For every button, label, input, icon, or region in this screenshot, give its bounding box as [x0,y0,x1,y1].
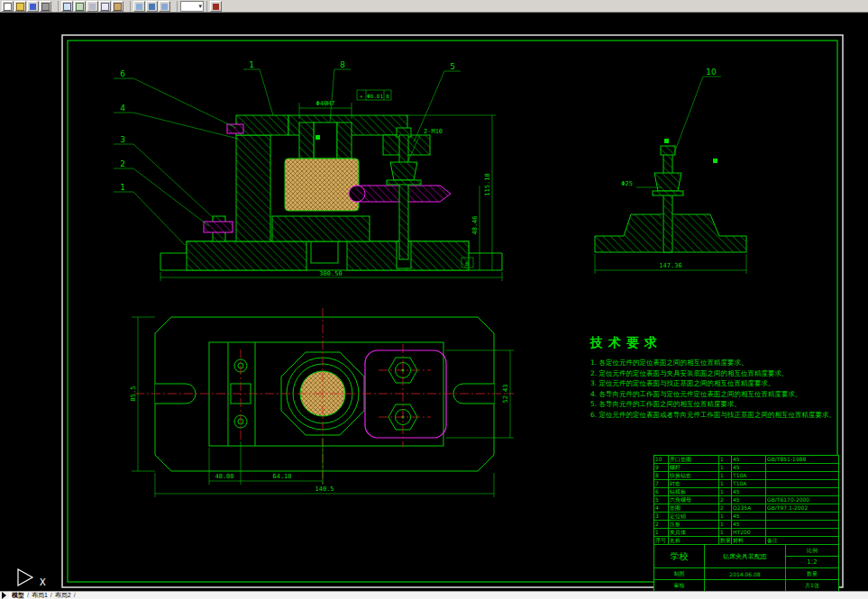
side-view: Φ25 147.36 [595,139,746,274]
front-view: B 300.50 115.18 48.46 Φ40H7 ⌖ Φ0.01 B 2-… [160,90,502,281]
ucs-icon: X [18,569,46,588]
parts-table-row: 4 垫圈 2 Q235A GB/T97.1-2002 [654,504,838,513]
tech-requirement-item: 2. 定位元件的定位表面与夹具安装底面之间的相互位置精度要求。 [590,368,841,379]
toolbar-separator [177,1,178,12]
dim-plan-b: 64.18 [272,473,291,480]
tech-requirement-item: 4. 各导向元件的工作面与定位元件定位表面之间的相互位置精度要求。 [590,389,841,400]
tech-requirement-item: 6. 定位元件的定位表面或者导向元件工作面与找正基面之间的相互位置精度要求。 [590,410,841,421]
scale-label: 比例 [786,545,838,557]
scale-value: 1:2 [786,557,838,568]
dim-bolt: 2-M10 [424,128,443,135]
open-icon[interactable] [14,1,26,12]
toolbar-separator [130,1,131,12]
toolbar-separator [206,1,207,12]
save-icon[interactable] [27,1,39,12]
dim-stud: Φ25 [621,180,633,187]
dim-front-height2: 48.46 [471,215,479,234]
tech-requirements-title: 技术要求 [590,335,841,351]
new-icon[interactable] [2,1,14,12]
title-block: 学校 钻床夹具装配图 比例 1:2 制图 2014.06.08 数量 审核 共1… [654,545,838,592]
tab-layout1[interactable]: 布局1 [29,592,50,599]
title-block-school: 学校 [654,545,705,568]
balloon-top-5: 5 [450,62,455,71]
datum-mark [713,159,717,163]
dim-front-height: 115.18 [484,173,491,195]
tolerance-datum: B [386,93,389,99]
layout-tab-bar: 模型 / 布局1 / 布局2 / [0,591,868,599]
spell-icon[interactable] [74,1,86,12]
balloon-top-8: 8 [340,60,345,69]
balloon-top-1: 1 [249,60,254,69]
match-properties-icon[interactable] [133,1,145,12]
parts-table-row: 7 衬套 1 T10A [654,480,838,488]
toolbar-separator [58,1,59,12]
balloon-4: 4 [120,104,125,113]
dim-plan-width: 140.5 [315,486,333,493]
qty-label: 数量 [786,568,838,580]
parts-table-row: 9 螺杆 1 45 [654,464,838,472]
dim-front-width: 300.50 [319,270,342,277]
parts-table-row: 10 开口垫圈 1 45 GB/T851-1988 [654,456,838,464]
parts-table-row: 5 六角螺母 2 45 GB/T6170-2000 [654,496,838,504]
parts-table-row: 2 压板 1 45 [654,521,838,529]
tab-separator: / [74,592,76,599]
tab-layout2[interactable]: 布局2 [52,592,74,599]
plan-view: 48.08 64.18 140.5 85.5 52.43 [130,308,514,497]
print-icon[interactable] [40,1,51,12]
balloon-10: 10 [706,68,717,77]
redo-icon[interactable] [159,1,170,12]
datum-mark [664,139,669,143]
ucs-x-label: X [40,576,46,588]
tech-requirements: 技术要求 1. 各定位元件的定位表面之间的相互位置精度要求。2. 定位元件的定位… [590,335,841,420]
tolerance-value: Φ0.01 [367,93,383,99]
title-block-drawing-title: 钻床夹具装配图 [705,545,786,568]
tab-model[interactable]: 模型 [9,592,27,599]
preview-icon[interactable] [61,1,73,12]
drawing-date: 2014.06.08 [705,568,786,580]
color-swatch-icon[interactable] [210,1,222,12]
toolbar: ▾ [0,0,868,13]
dim-side-width: 147.36 [659,262,681,269]
drawn-label: 制图 [654,568,705,580]
balloon-2: 2 [120,159,125,168]
tolerance-symbol: ⌖ [360,93,363,99]
dim-plan-right: 52.43 [502,384,509,403]
cut-icon[interactable] [87,1,98,12]
layer-dropdown[interactable]: ▾ [180,1,204,12]
dim-plan-a: 48.08 [215,473,233,480]
dim-plan-height: 85.5 [130,386,137,402]
parts-table-row: 3 定位销 1 45 [654,513,838,521]
datum-b-label: B [465,260,469,267]
balloon-6: 6 [120,69,125,78]
paste-icon[interactable] [112,1,123,12]
datum-mark [315,135,320,140]
parts-table-header: 序号 名称 数量 材料 备注 [654,537,838,545]
undo-icon[interactable] [146,1,158,12]
balloon-3: 3 [120,135,125,144]
tech-requirement-item: 3. 定位元件的定位表面与找正基面之间的相互位置精度要求。 [590,378,841,389]
copy-icon[interactable] [99,1,111,12]
tech-requirement-item: 1. 各定位元件的定位表面之间的相互位置精度要求。 [590,358,841,368]
dim-bushing: Φ40H7 [315,100,334,107]
drawing-area[interactable]: B 300.50 115.18 48.46 Φ40H7 ⌖ Φ0.01 B 2-… [0,13,868,592]
model-space-indicator-icon [2,592,6,599]
parts-table-row: 6 钻模板 1 45 [654,488,838,496]
balloon-1: 1 [120,183,125,192]
parts-table: 10 开口垫圈 1 45 GB/T851-1988 9 螺杆 1 45 8 快换… [653,455,839,593]
parts-table-row: 8 快换钻套 1 T10A [654,472,838,480]
tech-requirement-item: 5. 各导向元件的工作面之间的相互位置精度要求。 [590,399,841,410]
tech-requirements-list: 1. 各定位元件的定位表面之间的相互位置精度要求。2. 定位元件的定位表面与夹具… [590,358,841,420]
parts-table-row: 1 夹具体 1 HT200 [654,529,838,537]
